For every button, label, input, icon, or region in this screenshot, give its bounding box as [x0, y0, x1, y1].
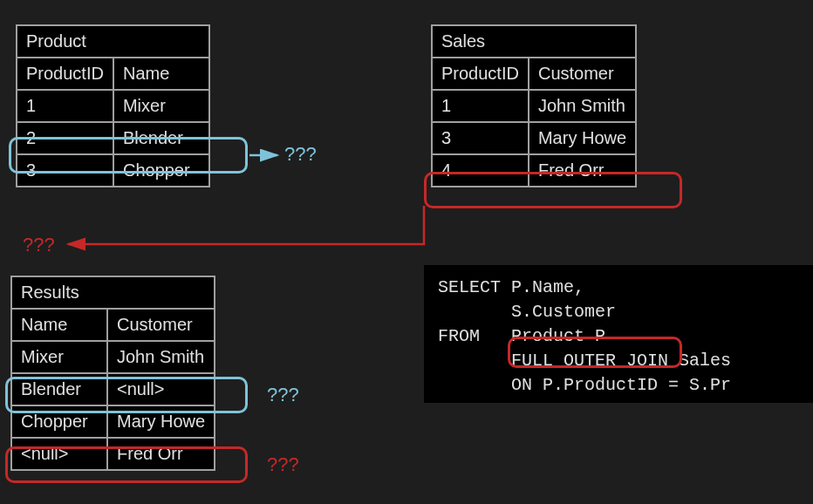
- product-table-title: Product: [16, 24, 210, 57]
- table-row: <null> Fred Orr: [11, 438, 215, 470]
- table-row: 2 Blender: [17, 122, 209, 154]
- sql-line: SELECT P.Name,: [438, 277, 584, 297]
- question-blue-top: ???: [284, 143, 317, 166]
- product-table: Product ProductID Name 1 Mixer 2 Blender…: [16, 24, 210, 187]
- col-header: ProductID: [17, 58, 113, 90]
- table-row: 4 Fred Orr: [432, 154, 636, 187]
- table-row: Chopper Mary Howe: [11, 405, 215, 438]
- table-row: ProductID Customer: [432, 58, 636, 90]
- table-row: 3 Chopper: [17, 154, 209, 187]
- sql-line-part: [438, 351, 511, 371]
- question-red-top: ???: [23, 234, 55, 256]
- sql-line: ON P.ProductID = S.Pr: [438, 375, 731, 395]
- table-row: Name Customer: [11, 309, 215, 341]
- table-row: Mixer John Smith: [11, 341, 215, 373]
- sales-table-title: Sales: [431, 24, 637, 57]
- col-header: ProductID: [432, 58, 529, 90]
- table-row: ProductID Name: [17, 58, 209, 90]
- question-blue-bottom: ???: [267, 384, 299, 406]
- col-header: Name: [11, 309, 107, 341]
- col-header: Name: [113, 58, 209, 90]
- sql-line-part: Sales: [668, 351, 731, 371]
- arrow-red-fredorr: [68, 206, 424, 244]
- results-table-title: Results: [10, 276, 215, 308]
- table-row: 1 John Smith: [432, 90, 636, 122]
- results-table: Results Name Customer Mixer John Smith B…: [10, 276, 215, 471]
- table-row: 1 Mixer: [17, 90, 209, 122]
- table-row: Blender <null>: [11, 373, 215, 405]
- table-row: 3 Mary Howe: [432, 122, 636, 154]
- sql-line: S.Customer: [438, 302, 616, 322]
- sql-code: SELECT P.Name, S.Customer FROM Product P…: [424, 265, 813, 403]
- col-header: Customer: [529, 58, 636, 90]
- col-header: Customer: [107, 309, 215, 341]
- sql-keyword-join: FULL OUTER JOIN: [511, 351, 668, 371]
- question-red-bottom: ???: [267, 453, 299, 476]
- sql-line: FROM Product P: [438, 326, 605, 346]
- sales-table: Sales ProductID Customer 1 John Smith 3 …: [431, 24, 637, 187]
